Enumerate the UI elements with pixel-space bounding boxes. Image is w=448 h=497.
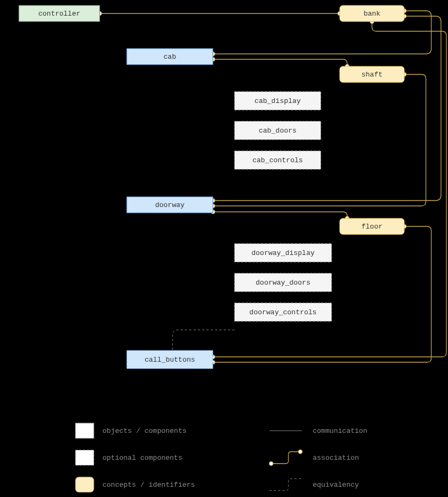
node-shaft: shaft <box>340 66 404 82</box>
assoc-cab-shaft <box>211 58 349 68</box>
label-shaft: shaft <box>361 71 382 79</box>
node-controller: controller <box>19 5 100 22</box>
label-cab-controls: cab_controls <box>252 156 303 164</box>
node-doorway-display: doorway_display <box>235 244 332 262</box>
legend-optional: optional components <box>75 450 182 465</box>
label-cab: cab <box>163 53 176 61</box>
node-doorway-doors: doorway_doors <box>235 273 332 292</box>
svg-rect-29 <box>75 423 94 438</box>
svg-point-34 <box>299 450 302 454</box>
svg-rect-31 <box>75 477 94 492</box>
legend-communication: communication <box>270 427 367 435</box>
node-cab-display: cab_display <box>235 92 321 110</box>
assoc-doorway-floor <box>211 210 349 220</box>
assoc-controller-bank <box>98 12 342 16</box>
node-bank: bank <box>340 5 404 22</box>
label-call-buttons: call_buttons <box>144 356 195 364</box>
diagram-canvas: controller bank cab shaft cab_display ca… <box>0 0 448 497</box>
node-call-buttons: call_buttons <box>127 350 213 369</box>
legend-association-label: association <box>313 454 359 462</box>
equiv-doorwaycontrols-callbuttons <box>173 330 235 350</box>
node-cab: cab <box>127 49 213 65</box>
legend-equivalency: equivalency <box>270 479 359 491</box>
node-cab-controls: cab_controls <box>235 151 321 169</box>
label-doorway-doors: doorway_doors <box>256 279 310 287</box>
label-cab-display: cab_display <box>254 97 301 105</box>
legend-concepts: concepts / identifiers <box>75 477 195 492</box>
legend-objects: objects / components <box>75 423 187 438</box>
label-doorway: doorway <box>155 201 185 209</box>
label-bank: bank <box>363 10 380 18</box>
node-floor: floor <box>340 218 404 234</box>
label-doorway-display: doorway_display <box>251 249 314 257</box>
legend-optional-label: optional components <box>102 454 182 462</box>
legend-communication-label: communication <box>313 427 367 435</box>
label-floor: floor <box>361 223 382 231</box>
label-controller: controller <box>38 10 80 18</box>
legend-objects-label: objects / components <box>102 427 187 435</box>
legend-equivalency-label: equivalency <box>313 481 359 489</box>
legend-association: association <box>270 450 359 466</box>
node-doorway: doorway <box>127 197 213 213</box>
label-cab-doors: cab_doors <box>259 127 297 135</box>
node-doorway-controls: doorway_controls <box>235 303 332 321</box>
svg-rect-30 <box>75 450 94 465</box>
legend-concepts-label: concepts / identifiers <box>102 481 195 489</box>
svg-point-33 <box>270 462 273 466</box>
label-doorway-controls: doorway_controls <box>250 308 317 316</box>
node-cab-doors: cab_doors <box>235 121 321 140</box>
